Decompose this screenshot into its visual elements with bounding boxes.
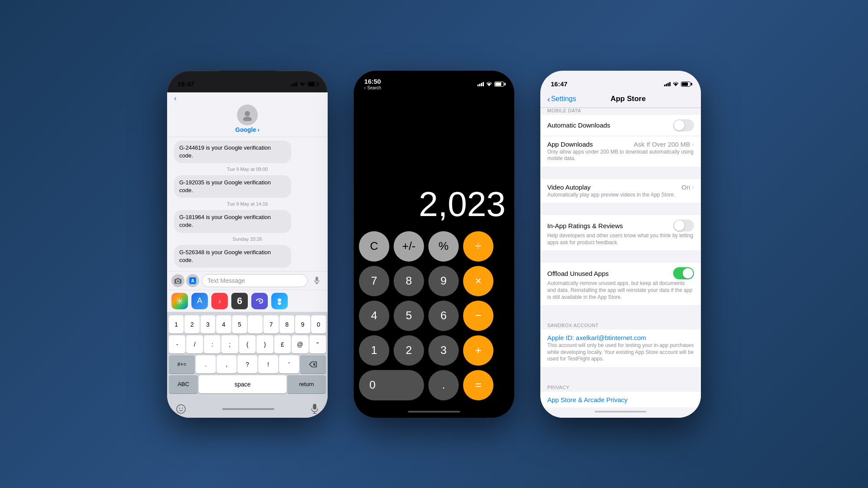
app-downloads-value: Ask If Over 200 MB ›: [634, 141, 694, 148]
podcast-app-icon[interactable]: [251, 293, 268, 309]
key-minus[interactable]: -: [169, 335, 185, 354]
automatic-downloads-label: Automatic Downloads: [547, 121, 610, 129]
settings-content: MOBILE DATA Automatic Downloads App Down…: [540, 108, 701, 407]
calc-btn-c[interactable]: C: [359, 231, 389, 262]
key-comma[interactable]: ,: [217, 355, 237, 373]
apple-id-link[interactable]: Apple ID: axelkarl@btinternet.com: [547, 334, 646, 341]
key-exclaim[interactable]: !: [258, 355, 278, 373]
arcade-privacy-link[interactable]: App Store & Arcade Privacy: [547, 396, 694, 403]
video-autoplay-row[interactable]: Video Autoplay On › Automatically play a…: [540, 179, 701, 203]
key-return[interactable]: return: [287, 375, 326, 393]
key-quote[interactable]: ": [309, 335, 326, 354]
key-space[interactable]: space: [199, 375, 286, 393]
automatic-downloads-toggle[interactable]: [673, 119, 694, 131]
key-5[interactable]: 5: [232, 315, 247, 334]
mic-button[interactable]: [310, 274, 323, 287]
key-8[interactable]: 8: [279, 315, 294, 334]
calc-btn-3[interactable]: 3: [428, 335, 459, 366]
status-icons-2: [477, 82, 504, 87]
messages-input-area: A Text Message: [167, 271, 328, 290]
emoji-icon[interactable]: [176, 404, 186, 414]
calc-btn-equals[interactable]: =: [463, 370, 493, 400]
camera-icon-btn[interactable]: [171, 274, 184, 287]
key-7[interactable]: 7: [263, 315, 278, 334]
key-abc[interactable]: ABC: [169, 375, 198, 393]
toggle-knob-1: [674, 120, 684, 131]
apple-id-sub: This account will only be used for testi…: [547, 342, 694, 363]
status-time-1: 16:47: [178, 80, 194, 88]
calc-btn-5[interactable]: 5: [394, 301, 424, 331]
calc-btn-minus[interactable]: −: [463, 301, 493, 331]
app-downloads-row[interactable]: App Downloads Ask If Over 200 MB › Only …: [540, 136, 701, 167]
status-time-3: 16:47: [551, 80, 567, 88]
key-1[interactable]: 1: [169, 315, 184, 334]
calc-btn-7[interactable]: 7: [359, 266, 389, 296]
msg-timestamp-2: Tue 9 May at 14:16: [174, 201, 321, 206]
home-indicator-2: [408, 411, 460, 413]
key-6[interactable]: [248, 315, 263, 334]
keyboard-special-row: #+= . , ? ! ': [169, 355, 326, 373]
key-3[interactable]: 3: [201, 315, 215, 334]
key-at[interactable]: @: [292, 335, 308, 354]
keyboard[interactable]: 1 2 3 4 5 7 8 9 0 - / : ; ( ) £ @: [167, 312, 328, 402]
calc-btn-6[interactable]: 6: [428, 301, 459, 331]
key-question[interactable]: ?: [237, 355, 257, 373]
calc-value: 2,023: [419, 184, 506, 224]
privacy-arcade-row[interactable]: App Store & Arcade Privacy: [540, 392, 701, 407]
contact-name: Google ›: [235, 126, 260, 133]
key-delete[interactable]: [300, 355, 326, 373]
signal-icon-3: [664, 82, 671, 86]
calc-row-1: C +/- % ÷: [359, 231, 509, 262]
key-2[interactable]: 2: [184, 315, 199, 334]
calc-btn-2[interactable]: 2: [394, 335, 424, 366]
svg-point-14: [278, 298, 281, 302]
calc-buttons: C +/- % ÷ 7 8 9 × 4 5 6 − 1 2: [354, 228, 514, 407]
calc-btn-dot[interactable]: .: [428, 370, 459, 400]
key-apostrophe[interactable]: ': [279, 355, 299, 373]
calc-btn-8[interactable]: 8: [394, 266, 424, 296]
offload-apps-toggle[interactable]: [673, 267, 694, 279]
key-period[interactable]: .: [196, 355, 216, 373]
photos-app-icon[interactable]: [171, 293, 188, 309]
calc-btn-plusminus[interactable]: +/-: [394, 231, 424, 262]
section-gap-4: [540, 305, 701, 318]
back-button-messages[interactable]: ‹: [174, 94, 177, 103]
key-4[interactable]: 4: [216, 315, 231, 334]
key-0[interactable]: 0: [311, 315, 326, 334]
music-app-icon[interactable]: ♪: [211, 293, 228, 309]
battery-icon-3: [681, 82, 690, 87]
key-slash[interactable]: /: [186, 335, 203, 354]
appstore-icon-btn[interactable]: A: [186, 274, 199, 287]
appstore-app-icon[interactable]: A: [191, 293, 208, 309]
calc-btn-percent[interactable]: %: [428, 231, 459, 262]
key-semicolon[interactable]: ;: [221, 335, 238, 354]
messages-screen: ‹ Google › G-244619 is your Google verif…: [167, 92, 328, 418]
calc-btn-plus[interactable]: +: [463, 335, 493, 366]
calc-btn-4[interactable]: 4: [359, 301, 389, 331]
mic-icon-bottom[interactable]: [310, 404, 319, 414]
automatic-downloads-row: Automatic Downloads: [540, 115, 701, 136]
findmy-app-icon[interactable]: [271, 293, 288, 309]
key-cparen[interactable]: ): [256, 335, 273, 354]
calc-btn-multiply[interactable]: ×: [463, 266, 493, 296]
section-gap-3: [540, 251, 701, 263]
message-text-input[interactable]: Text Message: [202, 274, 308, 287]
calc-btn-1[interactable]: 1: [359, 335, 389, 366]
offload-apps-label: Offload Unused Apps: [547, 270, 609, 277]
key-oparen[interactable]: (: [239, 335, 256, 354]
calc-btn-9[interactable]: 9: [428, 266, 459, 296]
calc-btn-0[interactable]: 0: [359, 370, 424, 400]
key-9[interactable]: 9: [295, 315, 310, 334]
msg-timestamp-1: Tue 9 May at 09:00: [174, 167, 321, 172]
settings-back-button[interactable]: ‹ Settings: [547, 94, 576, 104]
signal-icon-2: [477, 82, 484, 86]
contact-avatar: [237, 105, 258, 125]
key-numpad[interactable]: #+=: [169, 355, 195, 373]
key-pound[interactable]: £: [274, 335, 291, 354]
svg-point-19: [182, 407, 183, 408]
in-app-ratings-toggle[interactable]: [673, 219, 694, 232]
key-colon[interactable]: :: [204, 335, 220, 354]
calc-btn-divide[interactable]: ÷: [463, 231, 493, 262]
sandbox-apple-id-row: Apple ID: axelkarl@btinternet.com This a…: [540, 330, 701, 367]
calc-row-3: 4 5 6 −: [359, 301, 509, 331]
